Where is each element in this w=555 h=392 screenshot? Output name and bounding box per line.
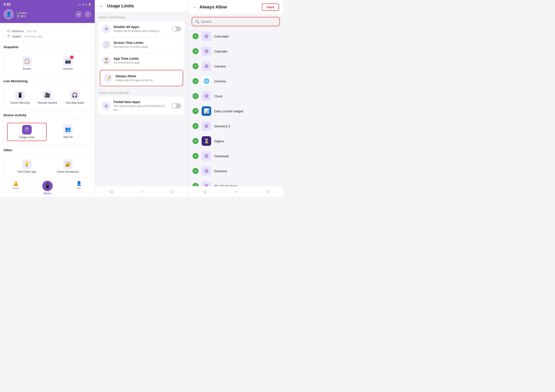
check-permissions-label: Check Permissions: [57, 170, 79, 173]
usage-limits-item[interactable]: ⏱ Usage Limits: [7, 123, 47, 141]
right-back-btn[interactable]: ←: [192, 5, 197, 9]
add-app-btn[interactable]: +: [192, 123, 199, 129]
app-icon-7: ⏳: [202, 136, 211, 146]
geofence-label: Geofence: [12, 30, 24, 33]
app-name-7: Digitox: [214, 139, 224, 143]
check-permissions[interactable]: 🔐 Check Permissions: [48, 158, 88, 175]
one-way-audio-icon: 🎧: [72, 92, 78, 98]
app-time-limits-item[interactable]: ⏳ App Time Limits Set time limits for ap…: [98, 53, 184, 68]
app-list-item[interactable]: 👥 App List: [48, 123, 88, 141]
disable-all-apps-name: Disable All Apps: [114, 25, 168, 29]
remote-camera[interactable]: 🎥 Remote Camera: [35, 89, 60, 106]
middle-back-btn[interactable]: ←: [99, 3, 104, 8]
notice-icon: 🔔: [13, 181, 18, 186]
add-app-btn[interactable]: +: [192, 33, 199, 39]
snapshot-screen[interactable]: 📋 Screen: [7, 55, 47, 72]
app-icon-3: 🌐: [202, 76, 211, 86]
camera-icon-wrap: 📷 !: [63, 56, 73, 66]
snapshot-camera[interactable]: 📷 ! Camera: [48, 55, 88, 72]
screen-mirroring[interactable]: 📱 Screen Mirroring: [7, 89, 33, 106]
screen-label: Screen: [23, 67, 31, 70]
middle-recents-nav[interactable]: □: [171, 189, 174, 194]
find-childs-app[interactable]: 💡 Find Child's App: [7, 158, 47, 175]
add-app-btn[interactable]: +: [192, 78, 199, 84]
search-input[interactable]: [201, 20, 277, 23]
screen-time-limits-item[interactable]: 🕐 Screen Time Limits Set total time of s…: [98, 37, 184, 53]
add-btn[interactable]: +: [84, 11, 91, 18]
geofence-value: Not Set: [27, 30, 37, 33]
app-item[interactable]: + ⊞ Demo3.0.3: [192, 119, 280, 134]
status-time: 4:35: [3, 3, 10, 7]
add-app-btn[interactable]: +: [192, 93, 199, 99]
info-card: ⊙ Geofence Not Set ⏱ Update 9 minutes ag…: [3, 26, 91, 42]
always-allow-item[interactable]: 📝 Always Allow Always allow the apps on …: [100, 70, 183, 86]
disable-all-apps-desc: All apps will be disabled after turning …: [114, 29, 168, 33]
add-app-btn[interactable]: +: [192, 138, 199, 144]
app-item[interactable]: + ⊞ Calculator: [192, 29, 280, 44]
app-time-limits-name: App Time Limits: [114, 57, 177, 60]
camera-badge: !: [70, 56, 73, 59]
app-item[interactable]: + ⊞ Camera: [192, 59, 280, 74]
app-item[interactable]: + 📊 Data counter widget: [192, 104, 280, 119]
update-label: Update: [12, 35, 21, 38]
app-icon-8: ⊞: [202, 151, 211, 161]
nav-me[interactable]: 👤 Me: [63, 179, 95, 196]
app-name-3: Chrome: [214, 79, 226, 83]
always-allow-desc: Always allow the apps on the list: [115, 79, 175, 82]
app-name-0: Calculator: [214, 35, 229, 38]
usage-limits-icon-wrap: ⏱: [22, 125, 32, 134]
forbid-new-apps-toggle[interactable]: [171, 103, 181, 109]
save-button[interactable]: Save: [262, 3, 279, 11]
content-access-manage-label: Content Access Manage: [98, 91, 184, 94]
app-item[interactable]: + ⊞ Download: [192, 148, 280, 163]
add-app-btn[interactable]: +: [192, 63, 199, 69]
app-item[interactable]: + ⊞ DsGame: [192, 163, 280, 178]
screen-icon: 📋: [24, 58, 30, 64]
content-access-manage-card: ⊖ Forbid New Apps The newly installed ap…: [98, 96, 184, 115]
add-app-btn[interactable]: +: [192, 153, 199, 159]
remote-camera-icon: 🎥: [44, 92, 50, 98]
add-app-btn[interactable]: +: [192, 48, 199, 54]
screen-mirroring-icon-wrap: 📱: [15, 90, 25, 100]
right-bottom-nav: ◁ ○ □: [188, 186, 283, 197]
right-back-nav[interactable]: ◁: [203, 189, 206, 194]
avatar: 👤: [3, 9, 14, 20]
disable-all-apps-item[interactable]: ⊖ Disable All Apps All apps will be disa…: [98, 21, 184, 37]
app-item[interactable]: + 🌐 Chrome: [192, 74, 280, 89]
app-icon-2: ⊞: [202, 61, 211, 71]
forbid-new-apps-icon-wrap: ⊖: [102, 102, 110, 110]
dropdown-btn[interactable]: ▾: [75, 11, 82, 18]
forbid-new-apps-desc: The newly installed apps will be forbidd…: [114, 104, 168, 112]
forbid-new-apps-item[interactable]: ⊖ Forbid New Apps The newly installed ap…: [98, 96, 184, 115]
online-label: Online: [19, 12, 27, 15]
screen-time-limits-desc: Set total time of screen usage: [114, 45, 177, 49]
always-allow-name: Always Allow: [115, 74, 175, 78]
other-title: Other: [3, 148, 91, 152]
right-recents-nav[interactable]: □: [266, 189, 269, 194]
one-way-audio-label: One-Way Audio: [66, 101, 84, 104]
app-item[interactable]: + ⊞ Clock: [192, 89, 280, 104]
online-dot: [16, 12, 18, 14]
middle-home-nav[interactable]: ○: [140, 189, 143, 194]
add-app-btn[interactable]: +: [192, 168, 199, 174]
right-home-nav[interactable]: ○: [235, 189, 237, 194]
add-app-btn[interactable]: +: [192, 108, 199, 114]
always-allow-icon-wrap: 📝: [104, 74, 112, 82]
nav-notice[interactable]: 🔔 Notice: [0, 179, 32, 196]
snapshot-card: 📋 Screen 📷 ! Camera: [3, 51, 91, 76]
disable-all-apps-toggle[interactable]: [171, 26, 181, 31]
add-app-btn[interactable]: +: [192, 183, 199, 186]
play-icon: ▷: [79, 3, 81, 6]
screen-time-limits-name: Screen Time Limits: [114, 41, 177, 44]
app-item[interactable]: + ⊞ Calendar: [192, 44, 280, 59]
usage-limits-label: Usage Limits: [19, 136, 34, 139]
app-item[interactable]: + ⏳ Digitox: [192, 134, 280, 148]
middle-content: Screen Time Manage ⊖ Disable All Apps Al…: [95, 12, 188, 186]
middle-back-nav[interactable]: ◁: [109, 189, 112, 194]
app-time-limits-icon-wrap: ⏳: [102, 56, 110, 65]
app-time-limits-chevron: ›: [180, 59, 181, 62]
forbid-new-apps-icon: ⊖: [104, 103, 108, 109]
app-item[interactable]: + ⊞ ES File Explorer: [192, 178, 280, 186]
one-way-audio[interactable]: 🎧 One-Way Audio: [62, 89, 88, 106]
nav-device[interactable]: 📱 Device: [32, 179, 63, 196]
